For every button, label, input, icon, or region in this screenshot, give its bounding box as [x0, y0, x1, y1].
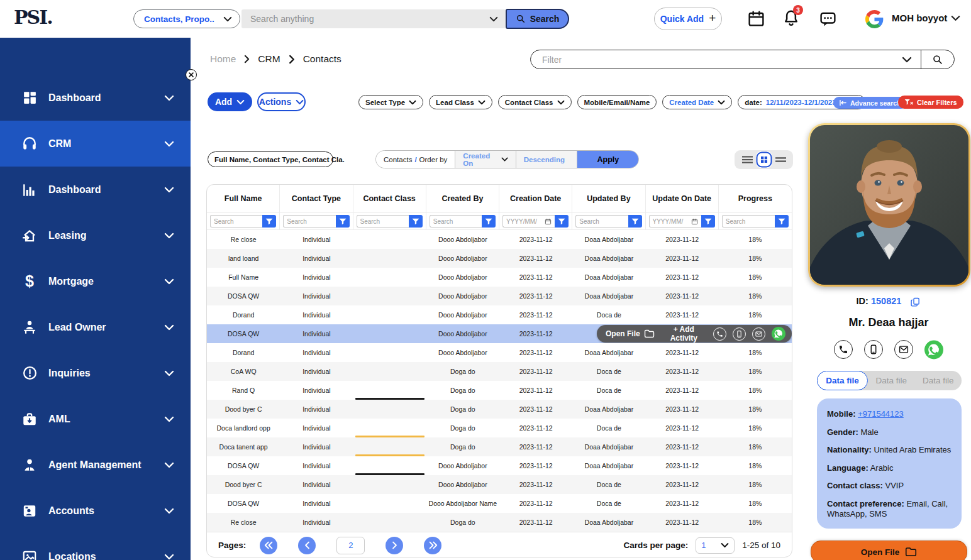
table-row[interactable]: Dorand Individual Dooo Abdoljabor 2023-1…: [207, 343, 792, 362]
column-filter-button[interactable]: [628, 215, 642, 228]
contact-id-value[interactable]: 150821: [871, 296, 901, 306]
prev-page-button[interactable]: [298, 537, 316, 554]
call-button[interactable]: [834, 340, 853, 359]
first-page-button[interactable]: [260, 537, 277, 554]
notifications-button[interactable]: 3: [782, 9, 803, 30]
sidebar-collapse-button[interactable]: [186, 69, 197, 80]
last-page-button[interactable]: [424, 537, 441, 554]
grid-view-button[interactable]: [756, 151, 772, 168]
table-row[interactable]: Rand Q Individual Doga do 2023-11-12 Doc…: [207, 381, 792, 400]
column-filter-button[interactable]: [482, 215, 496, 228]
whatsapp-button[interactable]: [772, 327, 785, 341]
tab-data-file-2[interactable]: Data file: [868, 376, 915, 385]
mobile-button[interactable]: [864, 340, 883, 359]
table-row[interactable]: Dorand Individual Dooo Abdoljabor 2023-1…: [207, 305, 792, 324]
created-date-filter[interactable]: Created Date: [662, 95, 732, 109]
column-header[interactable]: Updated By: [572, 185, 645, 212]
advance-search-button[interactable]: Advance search: [833, 97, 907, 109]
order-field-dropdown[interactable]: Created On: [455, 151, 516, 168]
table-row[interactable]: Re close Individual Dooo Abdoljabor 2023…: [207, 230, 792, 249]
tab-data-file-1[interactable]: Data file: [817, 371, 868, 390]
column-header[interactable]: Contact Type: [280, 185, 353, 212]
sidebar-item-aml[interactable]: AML: [0, 396, 191, 442]
global-search-button[interactable]: Search: [506, 9, 569, 29]
add-button[interactable]: Add: [208, 92, 252, 111]
quick-add-button[interactable]: Quick Add +: [654, 8, 722, 30]
compact-view-button[interactable]: [772, 151, 789, 168]
chevron-down-icon[interactable]: [902, 57, 912, 63]
sidebar-item-agent-management[interactable]: Agent Management: [0, 442, 191, 488]
chat-icon[interactable]: [819, 10, 837, 28]
mobile-button[interactable]: [733, 327, 746, 341]
column-search-input[interactable]: Search: [210, 215, 262, 228]
column-header[interactable]: Contact Class: [353, 185, 426, 212]
column-search-input[interactable]: Search: [722, 215, 775, 228]
sidebar-item-dashboard[interactable]: Dashboard: [0, 75, 191, 121]
sidebar-item-accounts[interactable]: Accounts: [0, 488, 191, 534]
sidebar-item-locations[interactable]: Locations: [0, 534, 191, 560]
current-page-input[interactable]: 2: [336, 537, 365, 554]
cards-per-page-dropdown[interactable]: 1: [696, 537, 735, 554]
column-filter-button[interactable]: [701, 215, 715, 228]
sidebar-item-lead-owner[interactable]: Lead Owner: [0, 304, 191, 350]
column-search-input[interactable]: Search: [575, 215, 628, 228]
column-filter-button[interactable]: [775, 215, 789, 228]
column-header[interactable]: Progress: [719, 185, 792, 212]
open-file-button-panel[interactable]: Open File: [811, 541, 967, 560]
sidebar-item-inquiries[interactable]: Inquiries: [0, 350, 191, 396]
global-search-input[interactable]: Search anything: [241, 9, 506, 28]
table-row[interactable]: DOSA QW Individual Dooo Abdoljabor 2023-…: [207, 456, 792, 475]
table-row[interactable]: Full Name Individual Dooo Abdoljabor 202…: [207, 268, 792, 287]
sidebar-item-mortgage[interactable]: $ Mortgage: [0, 258, 191, 304]
mobile-email-name-filter[interactable]: Mobile/Email/Name: [577, 95, 657, 109]
copy-icon[interactable]: [910, 297, 921, 307]
tab-data-file-3[interactable]: Data file: [915, 376, 962, 385]
table-row[interactable]: DOSA QW Individual Dooo Abdoljabor Name …: [207, 494, 792, 513]
contact-class-filter[interactable]: Contact Class: [498, 95, 572, 109]
table-row[interactable]: DOSA QW Individual Dooo Abdoljabor 2023-…: [207, 287, 792, 305]
table-row[interactable]: Dood byer C Individual Doga do 2023-11-1…: [207, 400, 792, 419]
table-row[interactable]: Dood byer C Individual Dooo Abdoljabor 2…: [207, 475, 792, 494]
call-button[interactable]: [713, 327, 726, 341]
breadcrumb-home[interactable]: Home: [210, 53, 236, 65]
mobile-link[interactable]: +971544123: [858, 409, 904, 419]
filter-search-bar[interactable]: Filter: [530, 50, 955, 69]
clear-filters-button[interactable]: Clear Filters: [898, 96, 963, 109]
calendar-icon[interactable]: [747, 9, 765, 28]
search-scope-dropdown[interactable]: Contacts, Propo..: [133, 9, 240, 28]
chevron-down-icon[interactable]: [951, 15, 960, 21]
sidebar-item-crm[interactable]: CRM: [0, 121, 191, 167]
select-type-filter[interactable]: Select Type: [358, 95, 423, 109]
column-filter-button[interactable]: [262, 215, 276, 228]
table-row[interactable]: Doca landlord opp Individual Doga do 202…: [207, 419, 792, 437]
column-date-input[interactable]: YYYY/MM/: [502, 215, 555, 228]
column-filter-button[interactable]: [555, 215, 569, 228]
whatsapp-button[interactable]: [924, 340, 943, 359]
sidebar-item-dashboard-2[interactable]: Dashboard: [0, 167, 191, 212]
order-direction-dropdown[interactable]: Descending: [516, 151, 577, 168]
column-header[interactable]: Full Name: [207, 185, 280, 212]
table-row[interactable]: DOSA QW Individual Dooo Abdoljabor 2023-…: [207, 324, 792, 343]
column-header[interactable]: Creation Date: [499, 185, 572, 212]
table-row[interactable]: Re close Individual Doga do 2023-11-12 D…: [207, 513, 792, 532]
list-view-button[interactable]: [739, 151, 755, 168]
column-header[interactable]: Created By: [426, 185, 499, 212]
sidebar-item-leasing[interactable]: Leasing: [0, 212, 191, 258]
actions-button[interactable]: Actions: [257, 92, 306, 111]
apply-button[interactable]: Apply: [577, 151, 638, 168]
column-header[interactable]: Update On Date: [646, 185, 719, 212]
column-filter-button[interactable]: [409, 215, 423, 228]
lead-class-filter[interactable]: Lead Class: [429, 95, 492, 109]
user-name[interactable]: MOH boyyot: [892, 13, 947, 23]
sort-columns-dropdown[interactable]: Full Name, Contact Type, Contact Cla.: [208, 151, 333, 167]
table-row[interactable]: CoA WQ Individual Doga do 2023-11-12 Doc…: [207, 362, 792, 381]
table-row[interactable]: Doca tanent app Individual Doga do 2023-…: [207, 437, 792, 456]
breadcrumb-crm[interactable]: CRM: [258, 53, 280, 65]
open-file-button[interactable]: Open File: [606, 329, 655, 338]
email-button[interactable]: [752, 327, 765, 341]
column-filter-button[interactable]: [336, 215, 350, 228]
column-search-input[interactable]: Search: [283, 215, 335, 228]
filter-search-button[interactable]: [921, 54, 954, 65]
next-page-button[interactable]: [386, 537, 403, 554]
add-activity-button[interactable]: + Add Activity: [661, 325, 707, 343]
